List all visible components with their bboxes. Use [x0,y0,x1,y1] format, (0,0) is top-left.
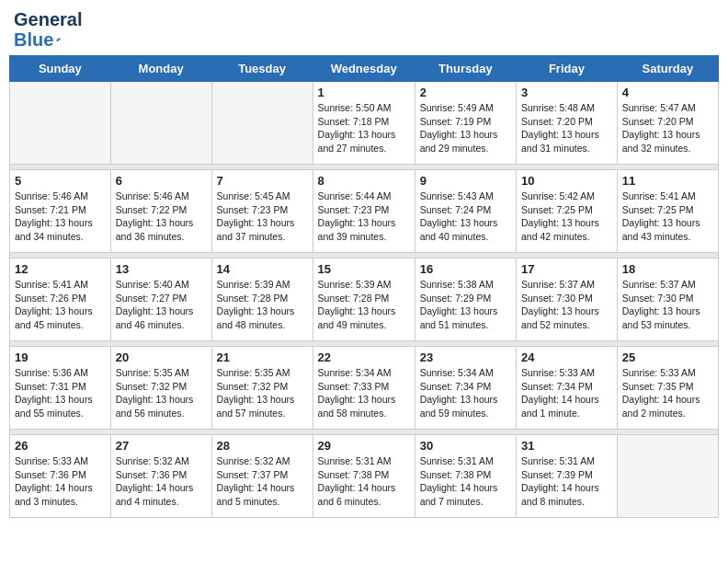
cell-info: Sunrise: 5:31 AM Sunset: 7:39 PM Dayligh… [521,454,612,509]
day-number: 23 [420,350,511,364]
cell-info: Sunrise: 5:37 AM Sunset: 7:30 PM Dayligh… [622,278,713,332]
day-number: 30 [420,439,511,453]
calendar-cell: 26Sunrise: 5:33 AM Sunset: 7:36 PM Dayli… [10,435,111,518]
cell-info: Sunrise: 5:46 AM Sunset: 7:21 PM Dayligh… [15,190,106,244]
day-number: 25 [622,350,713,364]
calendar-cell: 18Sunrise: 5:37 AM Sunset: 7:30 PM Dayli… [617,259,718,341]
cell-info: Sunrise: 5:33 AM Sunset: 7:35 PM Dayligh… [622,366,713,420]
cell-info: Sunrise: 5:45 AM Sunset: 7:23 PM Dayligh… [217,190,308,244]
calendar-cell: 8Sunrise: 5:44 AM Sunset: 7:23 PM Daylig… [313,170,415,253]
cell-info: Sunrise: 5:48 AM Sunset: 7:20 PM Dayligh… [521,101,612,155]
cell-info: Sunrise: 5:49 AM Sunset: 7:19 PM Dayligh… [420,101,511,155]
day-number: 13 [116,262,207,276]
day-number: 24 [521,350,612,364]
calendar-cell: 5Sunrise: 5:46 AM Sunset: 7:21 PM Daylig… [10,170,111,253]
calendar-cell: 10Sunrise: 5:42 AM Sunset: 7:25 PM Dayli… [517,170,618,253]
day-number: 27 [116,439,207,453]
cell-info: Sunrise: 5:37 AM Sunset: 7:30 PM Dayligh… [521,278,612,332]
day-number: 28 [217,439,308,453]
calendar-cell: 3Sunrise: 5:48 AM Sunset: 7:20 PM Daylig… [517,82,618,165]
cell-info: Sunrise: 5:47 AM Sunset: 7:20 PM Dayligh… [622,101,713,155]
day-number: 21 [217,350,308,364]
day-number: 15 [318,262,410,276]
day-number: 20 [116,350,207,364]
calendar-cell: 15Sunrise: 5:39 AM Sunset: 7:28 PM Dayli… [313,259,415,341]
cell-info: Sunrise: 5:40 AM Sunset: 7:27 PM Dayligh… [116,278,207,332]
calendar-cell [10,82,111,165]
cell-info: Sunrise: 5:32 AM Sunset: 7:37 PM Dayligh… [217,454,308,509]
cell-info: Sunrise: 5:33 AM Sunset: 7:36 PM Dayligh… [15,454,106,509]
day-number: 17 [521,262,612,276]
calendar-cell: 13Sunrise: 5:40 AM Sunset: 7:27 PM Dayli… [110,259,211,341]
calendar-cell: 24Sunrise: 5:33 AM Sunset: 7:34 PM Dayli… [517,347,618,430]
day-number: 10 [521,174,612,188]
calendar-cell: 1Sunrise: 5:50 AM Sunset: 7:18 PM Daylig… [313,82,415,165]
calendar-row-0: 1Sunrise: 5:50 AM Sunset: 7:18 PM Daylig… [10,82,719,165]
cell-info: Sunrise: 5:39 AM Sunset: 7:28 PM Dayligh… [217,278,308,332]
calendar-cell: 7Sunrise: 5:45 AM Sunset: 7:23 PM Daylig… [211,170,313,253]
cell-info: Sunrise: 5:33 AM Sunset: 7:34 PM Dayligh… [521,366,612,420]
day-number: 5 [15,174,106,188]
day-header-monday: Monday [110,56,211,82]
calendar-cell: 20Sunrise: 5:35 AM Sunset: 7:32 PM Dayli… [110,347,211,430]
calendar-cell: 29Sunrise: 5:31 AM Sunset: 7:38 PM Dayli… [313,435,415,518]
day-number: 12 [15,262,106,276]
day-number: 29 [318,439,410,453]
calendar-cell: 19Sunrise: 5:36 AM Sunset: 7:31 PM Dayli… [10,347,111,430]
day-number: 18 [622,262,713,276]
calendar-row-2: 12Sunrise: 5:41 AM Sunset: 7:26 PM Dayli… [10,259,719,341]
calendar-row-3: 19Sunrise: 5:36 AM Sunset: 7:31 PM Dayli… [10,347,719,430]
day-number: 3 [521,86,612,99]
calendar-cell: 30Sunrise: 5:31 AM Sunset: 7:38 PM Dayli… [415,435,516,518]
calendar-cell: 28Sunrise: 5:32 AM Sunset: 7:37 PM Dayli… [211,435,313,518]
calendar-cell: 21Sunrise: 5:35 AM Sunset: 7:32 PM Dayli… [211,347,313,430]
day-header-friday: Friday [517,56,618,82]
calendar-cell: 27Sunrise: 5:32 AM Sunset: 7:36 PM Dayli… [110,435,211,518]
cell-info: Sunrise: 5:50 AM Sunset: 7:18 PM Dayligh… [318,101,410,155]
calendar-cell [110,82,211,165]
day-header-tuesday: Tuesday [211,56,313,82]
day-number: 7 [217,174,308,188]
cell-info: Sunrise: 5:31 AM Sunset: 7:38 PM Dayligh… [318,454,410,509]
cell-info: Sunrise: 5:44 AM Sunset: 7:23 PM Dayligh… [318,190,410,244]
cell-info: Sunrise: 5:34 AM Sunset: 7:33 PM Dayligh… [318,366,410,420]
cell-info: Sunrise: 5:31 AM Sunset: 7:38 PM Dayligh… [420,454,511,509]
calendar-cell: 31Sunrise: 5:31 AM Sunset: 7:39 PM Dayli… [517,435,618,518]
calendar-cell: 2Sunrise: 5:49 AM Sunset: 7:19 PM Daylig… [415,82,516,165]
day-number: 22 [318,350,410,364]
calendar-table: SundayMondayTuesdayWednesdayThursdayFrid… [9,55,719,518]
calendar-cell [617,435,718,518]
calendar-cell: 14Sunrise: 5:39 AM Sunset: 7:28 PM Dayli… [211,259,313,341]
calendar-cell: 23Sunrise: 5:34 AM Sunset: 7:34 PM Dayli… [415,347,516,430]
calendar-cell: 4Sunrise: 5:47 AM Sunset: 7:20 PM Daylig… [617,82,718,165]
day-number: 14 [217,262,308,276]
logo-bird-icon [55,29,62,50]
day-header-thursday: Thursday [415,56,516,82]
logo-general: General [14,9,62,29]
day-number: 1 [318,86,410,99]
day-header-wednesday: Wednesday [313,56,415,82]
cell-info: Sunrise: 5:35 AM Sunset: 7:32 PM Dayligh… [217,366,308,420]
cell-info: Sunrise: 5:43 AM Sunset: 7:24 PM Dayligh… [420,190,511,244]
day-number: 31 [521,439,612,453]
cell-info: Sunrise: 5:46 AM Sunset: 7:22 PM Dayligh… [116,190,207,244]
calendar-cell: 22Sunrise: 5:34 AM Sunset: 7:33 PM Dayli… [313,347,415,430]
logo-blue: Blue [14,29,62,50]
day-number: 9 [420,174,511,188]
calendar-cell: 9Sunrise: 5:43 AM Sunset: 7:24 PM Daylig… [415,170,516,253]
day-number: 8 [318,174,410,188]
calendar-cell: 17Sunrise: 5:37 AM Sunset: 7:30 PM Dayli… [517,259,618,341]
calendar-cell [211,82,313,165]
day-number: 4 [622,86,713,99]
cell-info: Sunrise: 5:41 AM Sunset: 7:26 PM Dayligh… [15,278,106,332]
cell-info: Sunrise: 5:41 AM Sunset: 7:25 PM Dayligh… [622,190,713,244]
page-header: General Blue [9,9,719,48]
day-header-sunday: Sunday [10,56,111,82]
day-number: 26 [15,439,106,453]
calendar-cell: 12Sunrise: 5:41 AM Sunset: 7:26 PM Dayli… [10,259,111,341]
calendar-cell: 16Sunrise: 5:38 AM Sunset: 7:29 PM Dayli… [415,259,516,341]
day-number: 2 [420,86,511,99]
cell-info: Sunrise: 5:42 AM Sunset: 7:25 PM Dayligh… [521,190,612,244]
day-number: 6 [116,174,207,188]
cell-info: Sunrise: 5:36 AM Sunset: 7:31 PM Dayligh… [15,366,106,420]
